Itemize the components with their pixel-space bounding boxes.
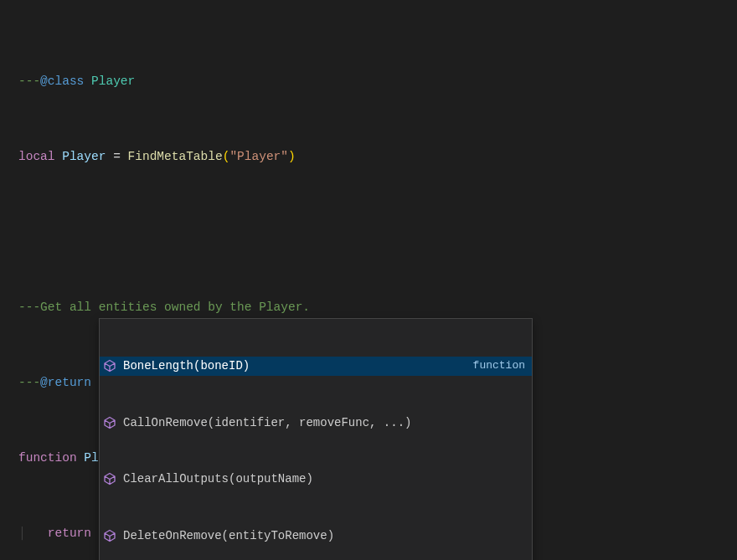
code-line: ---Get all entities owned by the Player. [18, 298, 737, 317]
comment-text: --- [18, 74, 40, 88]
method-icon [103, 529, 116, 542]
comment-text: ---Get all entities owned by the Player. [18, 301, 310, 314]
code-line [18, 223, 737, 242]
autocomplete-hint: function [473, 357, 525, 376]
paren: ) [288, 150, 296, 163]
autocomplete-label: CallOnRemove(identifier, removeFunc, ...… [123, 414, 525, 433]
code-line: ---@class Player [18, 72, 737, 91]
function-call: FindMetaTable [128, 150, 223, 163]
autocomplete-item[interactable]: ClearAllOutputs(outputName) [100, 470, 532, 489]
autocomplete-label: DeleteOnRemove(entityToRemove) [123, 527, 525, 546]
method-icon [103, 472, 116, 486]
method-icon [103, 359, 116, 372]
autocomplete-label: ClearAllOutputs(outputName) [123, 470, 525, 489]
operator: = [113, 150, 127, 163]
autocomplete-item[interactable]: BoneLength(boneID) function [100, 357, 532, 376]
autocomplete-label: BoneLength(boneID) [123, 357, 466, 376]
annotation-type: Player [84, 74, 135, 88]
autocomplete-popup[interactable]: BoneLength(boneID) function CallOnRemove… [99, 318, 533, 560]
method-icon [103, 416, 116, 429]
variable: Player [55, 150, 114, 163]
comment-text: --- [18, 376, 40, 389]
autocomplete-item[interactable]: DeleteOnRemove(entityToRemove) [100, 527, 532, 546]
string-literal: "Player" [229, 150, 288, 163]
annotation: @return [40, 376, 91, 389]
code-editor[interactable]: ---@class Player local Player = FindMeta… [0, 0, 737, 560]
code-line: local Player = FindMetaTable("Player") [18, 147, 737, 167]
autocomplete-item[interactable]: CallOnRemove(identifier, removeFunc, ...… [100, 414, 532, 433]
keyword: local [18, 150, 55, 163]
annotation: @class [40, 74, 84, 88]
indent-guide: │ [18, 527, 48, 540]
keyword: function [18, 451, 77, 465]
keyword: return [48, 527, 91, 540]
